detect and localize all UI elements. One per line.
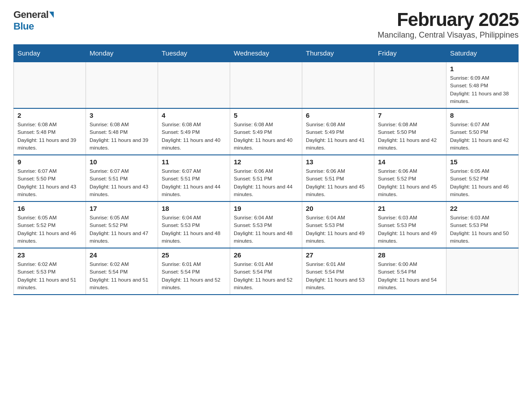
day-number: 21	[378, 205, 442, 212]
calendar-cell: 4Sunrise: 6:08 AM Sunset: 5:49 PM Daylig…	[158, 108, 230, 155]
day-info: Sunrise: 6:07 AM Sunset: 5:51 PM Dayligh…	[162, 167, 226, 198]
day-info: Sunrise: 6:00 AM Sunset: 5:54 PM Dayligh…	[378, 261, 442, 291]
calendar-week-5: 23Sunrise: 6:02 AM Sunset: 5:53 PM Dayli…	[14, 248, 519, 295]
day-info: Sunrise: 6:04 AM Sunset: 5:53 PM Dayligh…	[162, 214, 226, 245]
calendar-cell: 27Sunrise: 6:01 AM Sunset: 5:54 PM Dayli…	[302, 248, 374, 295]
day-number: 6	[306, 111, 370, 119]
day-info: Sunrise: 6:05 AM Sunset: 5:52 PM Dayligh…	[90, 214, 154, 245]
day-info: Sunrise: 6:06 AM Sunset: 5:52 PM Dayligh…	[378, 167, 442, 198]
day-number: 10	[90, 158, 154, 166]
title-block: February 2025 Mancilang, Central Visayas…	[378, 9, 519, 40]
col-thursday: Thursday	[302, 45, 374, 62]
day-number: 16	[17, 205, 82, 212]
day-number: 8	[450, 111, 515, 119]
calendar-cell: 7Sunrise: 6:08 AM Sunset: 5:50 PM Daylig…	[374, 108, 446, 155]
day-info: Sunrise: 6:08 AM Sunset: 5:50 PM Dayligh…	[378, 121, 442, 152]
day-number: 13	[306, 158, 370, 166]
day-info: Sunrise: 6:07 AM Sunset: 5:50 PM Dayligh…	[450, 121, 515, 152]
calendar-cell	[446, 248, 519, 295]
calendar-cell: 26Sunrise: 6:01 AM Sunset: 5:54 PM Dayli…	[230, 248, 302, 295]
day-info: Sunrise: 6:05 AM Sunset: 5:52 PM Dayligh…	[17, 214, 82, 245]
calendar-table: Sunday Monday Tuesday Wednesday Thursday…	[13, 44, 519, 295]
day-info: Sunrise: 6:03 AM Sunset: 5:53 PM Dayligh…	[378, 214, 442, 245]
col-friday: Friday	[374, 45, 446, 62]
day-info: Sunrise: 6:06 AM Sunset: 5:51 PM Dayligh…	[234, 167, 298, 198]
day-number: 22	[450, 205, 515, 212]
day-number: 23	[17, 251, 82, 259]
day-info: Sunrise: 6:01 AM Sunset: 5:54 PM Dayligh…	[234, 261, 298, 291]
col-monday: Monday	[86, 45, 158, 62]
calendar-cell	[230, 62, 302, 108]
col-wednesday: Wednesday	[230, 45, 302, 62]
calendar-cell: 6Sunrise: 6:08 AM Sunset: 5:49 PM Daylig…	[302, 108, 374, 155]
day-number: 1	[450, 65, 515, 73]
day-info: Sunrise: 6:08 AM Sunset: 5:48 PM Dayligh…	[17, 121, 82, 152]
calendar-week-4: 16Sunrise: 6:05 AM Sunset: 5:52 PM Dayli…	[14, 201, 519, 248]
day-number: 15	[450, 158, 515, 166]
day-number: 20	[306, 205, 370, 212]
calendar-cell: 21Sunrise: 6:03 AM Sunset: 5:53 PM Dayli…	[374, 201, 446, 248]
day-info: Sunrise: 6:08 AM Sunset: 5:48 PM Dayligh…	[90, 121, 154, 152]
calendar-cell	[374, 62, 446, 108]
day-info: Sunrise: 6:03 AM Sunset: 5:53 PM Dayligh…	[450, 214, 515, 245]
day-info: Sunrise: 6:08 AM Sunset: 5:49 PM Dayligh…	[306, 121, 370, 152]
day-info: Sunrise: 6:04 AM Sunset: 5:53 PM Dayligh…	[306, 214, 370, 245]
col-saturday: Saturday	[446, 45, 519, 62]
calendar-subtitle: Mancilang, Central Visayas, Philippines	[378, 30, 519, 40]
calendar-cell: 16Sunrise: 6:05 AM Sunset: 5:52 PM Dayli…	[14, 201, 86, 248]
day-number: 17	[90, 205, 154, 212]
day-number: 2	[17, 111, 82, 119]
calendar-cell	[14, 62, 86, 108]
calendar-cell: 11Sunrise: 6:07 AM Sunset: 5:51 PM Dayli…	[158, 155, 230, 201]
logo-blue-text: Blue	[13, 21, 34, 32]
day-number: 14	[378, 158, 442, 166]
calendar-cell: 28Sunrise: 6:00 AM Sunset: 5:54 PM Dayli…	[374, 248, 446, 295]
calendar-cell	[302, 62, 374, 108]
day-info: Sunrise: 6:02 AM Sunset: 5:54 PM Dayligh…	[90, 261, 154, 291]
calendar-cell: 9Sunrise: 6:07 AM Sunset: 5:50 PM Daylig…	[14, 155, 86, 201]
calendar-cell	[86, 62, 158, 108]
calendar-week-1: 1Sunrise: 6:09 AM Sunset: 5:48 PM Daylig…	[14, 62, 519, 108]
day-number: 11	[162, 158, 226, 166]
calendar-cell: 24Sunrise: 6:02 AM Sunset: 5:54 PM Dayli…	[86, 248, 158, 295]
day-number: 7	[378, 111, 442, 119]
calendar-cell: 12Sunrise: 6:06 AM Sunset: 5:51 PM Dayli…	[230, 155, 302, 201]
day-info: Sunrise: 6:07 AM Sunset: 5:51 PM Dayligh…	[90, 167, 154, 198]
day-info: Sunrise: 6:08 AM Sunset: 5:49 PM Dayligh…	[234, 121, 298, 152]
day-number: 27	[306, 251, 370, 259]
calendar-cell: 19Sunrise: 6:04 AM Sunset: 5:53 PM Dayli…	[230, 201, 302, 248]
calendar-cell: 1Sunrise: 6:09 AM Sunset: 5:48 PM Daylig…	[446, 62, 519, 108]
calendar-header-row: Sunday Monday Tuesday Wednesday Thursday…	[14, 45, 519, 62]
day-info: Sunrise: 6:01 AM Sunset: 5:54 PM Dayligh…	[306, 261, 370, 291]
col-sunday: Sunday	[14, 45, 86, 62]
calendar-cell: 3Sunrise: 6:08 AM Sunset: 5:48 PM Daylig…	[86, 108, 158, 155]
calendar-week-2: 2Sunrise: 6:08 AM Sunset: 5:48 PM Daylig…	[14, 108, 519, 155]
day-info: Sunrise: 6:05 AM Sunset: 5:52 PM Dayligh…	[450, 167, 515, 198]
calendar-cell: 10Sunrise: 6:07 AM Sunset: 5:51 PM Dayli…	[86, 155, 158, 201]
day-info: Sunrise: 6:02 AM Sunset: 5:53 PM Dayligh…	[17, 261, 82, 291]
day-info: Sunrise: 6:07 AM Sunset: 5:50 PM Dayligh…	[17, 167, 82, 198]
calendar-title: February 2025	[378, 9, 519, 30]
calendar-cell: 17Sunrise: 6:05 AM Sunset: 5:52 PM Dayli…	[86, 201, 158, 248]
calendar-cell: 20Sunrise: 6:04 AM Sunset: 5:53 PM Dayli…	[302, 201, 374, 248]
day-number: 26	[234, 251, 298, 259]
day-number: 9	[17, 158, 82, 166]
calendar-cell: 25Sunrise: 6:01 AM Sunset: 5:54 PM Dayli…	[158, 248, 230, 295]
day-info: Sunrise: 6:09 AM Sunset: 5:48 PM Dayligh…	[450, 74, 515, 105]
calendar-cell: 18Sunrise: 6:04 AM Sunset: 5:53 PM Dayli…	[158, 201, 230, 248]
calendar-cell: 13Sunrise: 6:06 AM Sunset: 5:51 PM Dayli…	[302, 155, 374, 201]
day-number: 19	[234, 205, 298, 212]
day-number: 18	[162, 205, 226, 212]
logo: General Blue	[13, 9, 54, 32]
calendar-cell: 15Sunrise: 6:05 AM Sunset: 5:52 PM Dayli…	[446, 155, 519, 201]
day-number: 25	[162, 251, 226, 259]
day-info: Sunrise: 6:08 AM Sunset: 5:49 PM Dayligh…	[162, 121, 226, 152]
day-number: 12	[234, 158, 298, 166]
day-info: Sunrise: 6:04 AM Sunset: 5:53 PM Dayligh…	[234, 214, 298, 245]
calendar-cell: 5Sunrise: 6:08 AM Sunset: 5:49 PM Daylig…	[230, 108, 302, 155]
day-number: 3	[90, 111, 154, 119]
logo-arrow-icon	[49, 12, 54, 18]
calendar-cell: 22Sunrise: 6:03 AM Sunset: 5:53 PM Dayli…	[446, 201, 519, 248]
day-number: 28	[378, 251, 442, 259]
calendar-cell	[158, 62, 230, 108]
